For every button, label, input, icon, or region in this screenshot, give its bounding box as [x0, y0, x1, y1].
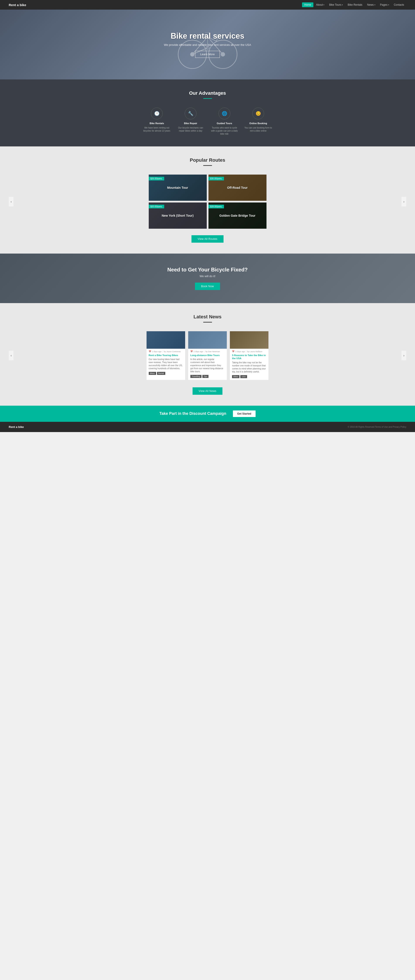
news-tag: Rental: [157, 372, 165, 375]
nav-link-about[interactable]: About▾: [314, 2, 326, 7]
route-card-2[interactable]: New York (Short Tour) $20.00/pers.: [149, 202, 207, 229]
advantage-icon-2: 🌐: [219, 108, 230, 119]
footer-brand: Rent a bike: [9, 425, 24, 429]
news-grid: 📅 1 days ago | by Joyce Contreras Rent a…: [147, 331, 269, 380]
meta-separator: |: [204, 350, 204, 353]
news-article-title-1[interactable]: Long-distance Bike Tours: [190, 354, 225, 357]
advantage-desc-1: Our bicycle mechanic can repair bikes wi…: [176, 126, 206, 132]
routes-divider: [203, 165, 212, 166]
hero-learn-more-button[interactable]: Learn More: [195, 51, 220, 58]
nav-link-bike-tours[interactable]: Bike Tours▾: [327, 2, 345, 7]
news-article-title-0[interactable]: Rent a Bike Touring Bikes: [149, 354, 183, 357]
bike-fix-subtitle: We will do it!: [9, 275, 406, 278]
book-now-button[interactable]: Book Now: [195, 283, 220, 290]
news-author-1: by Dan Newman: [206, 350, 220, 353]
news-card-0: 📅 1 days ago | by Joyce Contreras Rent a…: [147, 331, 185, 380]
news-article-desc-2: Taking the bike may not be the number on…: [232, 361, 266, 373]
meta-separator: |: [246, 350, 246, 353]
news-image-2: [230, 331, 268, 349]
advantage-title-3: Online Booking: [244, 122, 273, 125]
news-tag: Travelling: [190, 375, 201, 378]
news-author-2: by Laura Wallace: [247, 350, 262, 353]
news-article-title-2[interactable]: 5 Reasons to Take the Bike in the USA: [232, 354, 266, 360]
news-image-1: [188, 331, 227, 349]
nav-brand: Rent a bike: [9, 3, 26, 7]
footer-copy: © 2016 All Rights Reserved Terms of Use …: [348, 426, 406, 428]
footer: Rent a bike © 2016 All Rights Reserved T…: [0, 422, 415, 432]
advantages-grid: 🕐 Bike Rentals We have been renting out …: [142, 108, 273, 135]
news-date-1: 2 days ago: [194, 350, 203, 353]
view-all-news-button[interactable]: View All News: [193, 387, 223, 395]
news-arrow-left[interactable]: ‹: [9, 351, 14, 360]
advantage-desc-0: We have been renting out bicycles for al…: [142, 126, 172, 132]
news-meta-0: 📅 1 days ago | by Joyce Contreras: [149, 350, 183, 353]
news-card-1: 📅 2 days ago | by Dan Newman Long-distan…: [188, 331, 227, 380]
nav-link-bike-rentals[interactable]: Bike Rentals: [345, 2, 364, 7]
get-started-button[interactable]: Get Started: [233, 410, 256, 417]
bike-fix-title: Need to Get Your Bicycle Fixed?: [9, 267, 406, 273]
news-tags-0: BikesRental: [149, 372, 183, 375]
routes-arrow-right[interactable]: ›: [401, 197, 406, 207]
navbar: Rent a bike HomeAbout▾Bike Tours▾Bike Re…: [0, 0, 415, 10]
chevron-down-icon: ▾: [374, 4, 375, 6]
news-divider: [203, 322, 212, 323]
advantages-divider: [203, 98, 212, 99]
chevron-down-icon: ▾: [323, 4, 324, 6]
route-name-2: New York (Short Tour): [162, 214, 193, 217]
bike-fix-section: Need to Get Your Bicycle Fixed? We will …: [0, 254, 415, 303]
nav-link-home[interactable]: Home: [302, 2, 314, 7]
routes-arrow-left[interactable]: ‹: [9, 197, 14, 207]
advantage-desc-3: You can use booking form to rent a bike …: [244, 126, 273, 132]
news-image-0: [147, 331, 185, 349]
news-meta-1: 📅 2 days ago | by Dan Newman: [190, 350, 225, 353]
advantages-section: Our Advantages 🕐 Bike Rentals We have be…: [0, 80, 415, 146]
route-card-3[interactable]: Golden Gate Bridge Tour $28.00/pers.: [209, 202, 266, 229]
discount-banner: Take Part in the Discount Campaign Get S…: [0, 406, 415, 422]
advantage-title-0: Bike Rentals: [142, 122, 172, 125]
news-title: Latest News: [9, 314, 406, 320]
advantage-title-1: Bike Repair: [176, 122, 206, 125]
news-tag: Bikes: [232, 375, 239, 378]
hero-section: Bike rental services We provide affordab…: [0, 10, 415, 80]
advantage-title-2: Guided Tours: [210, 122, 239, 125]
chevron-down-icon: ▾: [342, 4, 343, 6]
news-meta-2: 📅 2 days ago | by Laura Wallace: [232, 350, 266, 353]
calendar-icon: 📅: [232, 350, 234, 353]
nav-link-news[interactable]: News▾: [365, 2, 377, 7]
news-arrow-right[interactable]: ›: [401, 351, 406, 360]
routes-grid: Mountain Tour $26.00/pers. Off-Road Tour…: [149, 175, 266, 229]
nav-links: HomeAbout▾Bike Tours▾Bike RentalsNews▾Pa…: [302, 2, 406, 7]
news-wrapper: ‹ 📅 1 days ago | by Joyce Contreras Rent…: [9, 331, 406, 380]
route-card-0[interactable]: Mountain Tour $26.00/pers.: [149, 175, 207, 201]
advantage-item-1: 🔧 Bike Repair Our bicycle mechanic can r…: [176, 108, 206, 135]
hero-subtitle: We provide affordable and reliable bike …: [164, 43, 251, 46]
news-body-2: 📅 2 days ago | by Laura Wallace 5 Reason…: [230, 349, 268, 380]
route-price-2: $20.00/pers.: [149, 205, 165, 208]
advantage-item-2: 🌐 Guided Tours Tourists who want to cycl…: [210, 108, 239, 135]
nav-link-contacts[interactable]: Contacts: [392, 2, 406, 7]
popular-routes-section: Popular Routes ‹ Mountain Tour $26.00/pe…: [0, 146, 415, 254]
news-card-2: 📅 2 days ago | by Laura Wallace 5 Reason…: [230, 331, 268, 380]
advantage-item-0: 🕐 Bike Rentals We have been renting out …: [142, 108, 172, 135]
routes-title: Popular Routes: [9, 158, 406, 163]
hero-content: Bike rental services We provide affordab…: [164, 32, 251, 58]
calendar-icon: 📅: [190, 350, 193, 353]
route-price-0: $26.00/pers.: [149, 177, 165, 180]
bike-fix-content: Need to Get Your Bicycle Fixed? We will …: [9, 267, 406, 290]
view-all-routes-button[interactable]: View All Routes: [192, 235, 223, 243]
hero-title: Bike rental services: [164, 32, 251, 41]
latest-news-section: Latest News ‹ 📅 1 days ago | by Joyce Co…: [0, 303, 415, 406]
advantage-desc-2: Tourists who want to cycle with a guide …: [210, 126, 239, 135]
news-date-0: 1 days ago: [152, 350, 162, 353]
route-name-3: Golden Gate Bridge Tour: [219, 214, 255, 217]
calendar-icon: 📅: [149, 350, 151, 353]
route-price-1: $30.00/pers.: [209, 177, 224, 180]
route-price-3: $28.00/pers.: [209, 205, 224, 208]
news-body-1: 📅 2 days ago | by Dan Newman Long-distan…: [188, 349, 227, 380]
advantage-icon-0: 🕐: [151, 108, 163, 119]
news-author-0: by Joyce Contreras: [164, 350, 181, 353]
news-article-desc-1: In this article, our regular customers t…: [190, 358, 225, 373]
chevron-down-icon: ▾: [388, 4, 389, 6]
route-card-1[interactable]: Off-Road Tour $30.00/pers.: [209, 175, 266, 201]
nav-link-pages[interactable]: Pages▾: [378, 2, 391, 7]
